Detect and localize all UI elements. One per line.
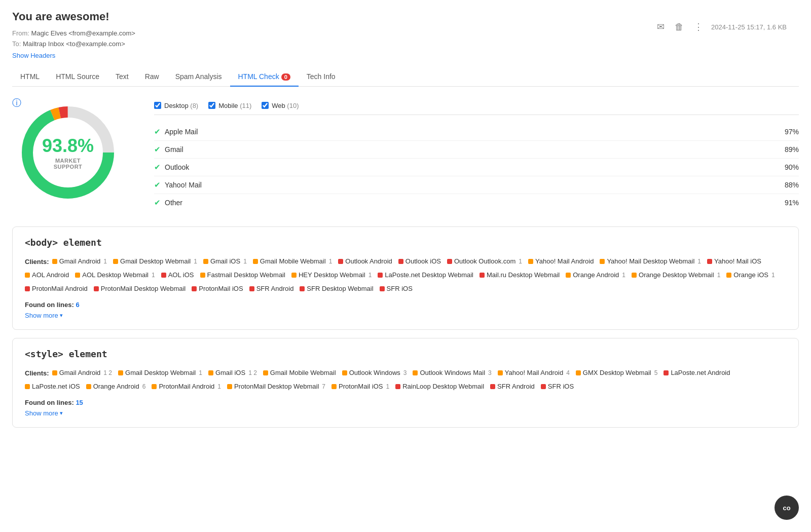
client-name: ProtonMail Desktop Webmail: [234, 380, 319, 393]
client-dot: [25, 384, 30, 389]
clients-row-body: Clients:Gmail Android 1Gmail Desktop Web…: [25, 255, 786, 296]
client-dot: [152, 384, 157, 389]
client-dot: [263, 370, 268, 375]
client-count: 1: [329, 255, 333, 268]
client-item: SFR Android: [490, 380, 535, 393]
client-name: Gmail iOS: [215, 366, 245, 379]
client-dot: [541, 384, 546, 389]
client-name: SFR iOS: [387, 282, 413, 295]
stat-row: ✔ Other 91%: [154, 194, 799, 211]
client-name: SFR Desktop Webmail: [307, 282, 373, 295]
client-item: Outlook Windows 3: [342, 366, 407, 379]
client-name: ProtonMail Android: [159, 380, 214, 393]
client-item: Outlook Android: [338, 255, 392, 268]
client-name: Gmail Desktop Webmail: [125, 366, 196, 379]
client-dot: [342, 370, 347, 375]
client-count: 3: [488, 367, 492, 379]
client-item: AOL Desktop Webmail 1: [75, 269, 155, 282]
client-name: LaPoste.net iOS: [32, 380, 80, 393]
client-name: Gmail Mobile Webmail: [260, 255, 326, 268]
section-body: <body> elementClients:Gmail Android 1Gma…: [12, 226, 799, 330]
line-number: 15: [76, 399, 83, 406]
client-name: LaPoste.net Android: [671, 366, 730, 379]
client-dot: [398, 259, 403, 264]
client-item: ProtonMail Android: [25, 282, 88, 295]
filter-mobile[interactable]: Mobile (11): [208, 102, 251, 109]
client-name: Orange Android: [573, 269, 619, 282]
donut-percent: 93.8%: [42, 135, 94, 157]
client-dot: [378, 273, 383, 278]
client-dot: [253, 259, 258, 264]
show-more-style[interactable]: Show more ▾: [25, 409, 63, 417]
client-item: SFR iOS: [380, 282, 413, 295]
client-dot: [200, 273, 205, 278]
filter-web[interactable]: Web (10): [262, 102, 299, 109]
chevron-down-icon: ▾: [60, 312, 63, 319]
client-item: Orange Android 6: [86, 380, 146, 393]
client-item: Gmail Android 1: [52, 255, 107, 268]
check-icon: ✔: [154, 145, 161, 154]
client-item: Mail.ru Desktop Webmail: [480, 269, 560, 282]
line-number: 6: [76, 301, 79, 309]
client-name: Gmail iOS: [210, 255, 240, 268]
show-more-body[interactable]: Show more ▾: [25, 312, 63, 319]
client-item: LaPoste.net iOS: [25, 380, 80, 393]
client-count: 1: [622, 269, 625, 281]
client-item: Yahoo! Mail Android 4: [498, 366, 570, 379]
tab-tech[interactable]: Tech Info: [299, 67, 344, 87]
client-dot: [413, 370, 418, 375]
section-title-style: <style> element: [25, 349, 786, 359]
client-name: Outlook Outlook.com: [454, 255, 515, 268]
stat-row: ✔ Yahoo! Mail 88%: [154, 176, 799, 194]
client-dot: [25, 286, 30, 291]
fab-button[interactable]: co: [775, 496, 799, 520]
email-icon[interactable]: ✉: [655, 20, 667, 33]
client-item: Yahoo! Mail iOS: [707, 255, 761, 268]
client-name: ProtonMail iOS: [199, 282, 243, 295]
client-dot: [118, 370, 123, 375]
tab-html-check[interactable]: HTML Check0: [230, 67, 299, 87]
client-count: 4: [566, 367, 570, 379]
client-count: 1: [519, 255, 522, 268]
client-name: RainLoop Desktop Webmail: [402, 380, 484, 393]
tab-raw[interactable]: Raw: [137, 67, 167, 87]
sections-container: <body> elementClients:Gmail Android 1Gma…: [12, 226, 799, 428]
client-item: Orange iOS 1: [726, 269, 775, 282]
filter-row: Desktop (8)Mobile (11)Web (10): [154, 102, 799, 115]
client-item: Gmail iOS 1 2: [208, 366, 257, 379]
client-dot: [300, 286, 305, 291]
client-item: Gmail Android 1 2: [52, 366, 112, 379]
client-name: Orange Desktop Webmail: [639, 269, 714, 282]
client-item: SFR Android: [249, 282, 294, 295]
client-count: 6: [142, 381, 146, 393]
client-dot: [52, 259, 57, 264]
stat-row: ✔ Apple Mail 97%: [154, 123, 799, 141]
tab-spam[interactable]: Spam Analysis: [167, 67, 230, 87]
client-dot: [395, 384, 400, 389]
tab-html[interactable]: HTML: [12, 67, 48, 87]
to-label: To:: [12, 40, 21, 48]
client-name: HEY Desktop Webmail: [299, 269, 365, 282]
more-options-icon[interactable]: ⋮: [692, 20, 705, 33]
show-headers-link[interactable]: Show Headers: [12, 52, 55, 59]
client-item: GMX Desktop Webmail 5: [576, 366, 658, 379]
client-dot: [25, 273, 30, 278]
client-item: LaPoste.net Android: [663, 366, 730, 379]
tab-text[interactable]: Text: [107, 67, 137, 87]
section-title-body: <body> element: [25, 237, 786, 248]
client-count: 1 2: [248, 367, 257, 379]
client-item: Outlook iOS: [398, 255, 441, 268]
client-dot: [249, 286, 254, 291]
tab-html-source[interactable]: HTML Source: [48, 67, 107, 87]
from-value: Magic Elves <from@example.com>: [31, 29, 135, 37]
client-dot: [227, 384, 232, 389]
client-count: 1 2: [103, 367, 112, 379]
trash-icon[interactable]: 🗑: [673, 21, 686, 33]
clients-label: Clients:: [25, 258, 49, 265]
email-date: 2024-11-25 15:17, 1.6 KB: [711, 23, 787, 31]
client-count: 1: [217, 381, 221, 393]
filter-desktop[interactable]: Desktop (8): [154, 102, 198, 109]
client-dot: [663, 370, 669, 375]
client-dot: [480, 273, 485, 278]
client-item: Fastmail Desktop Webmail: [200, 269, 285, 282]
